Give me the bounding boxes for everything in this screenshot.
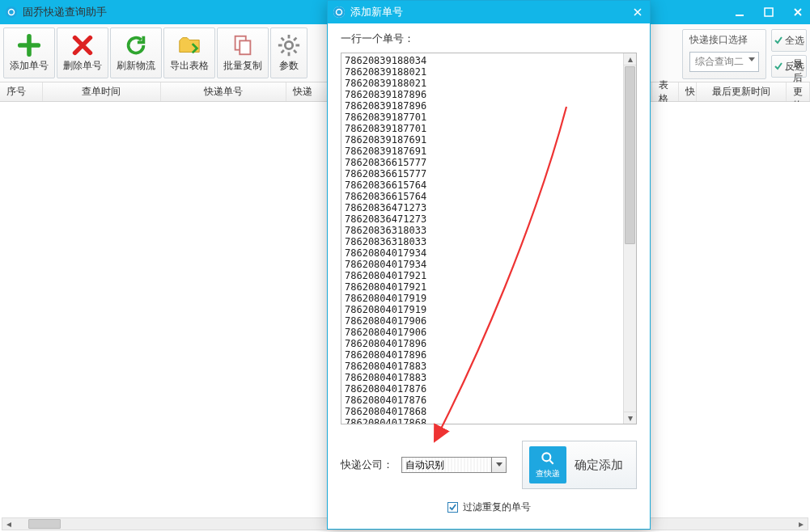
svg-point-0 [6,6,17,18]
dialog-title: 添加新单号 [350,5,630,19]
filter-dup-checkbox[interactable] [447,502,458,513]
select-all-button[interactable]: 全选 [771,29,807,52]
svg-rect-5 [240,40,250,54]
export-button[interactable]: 导出表格 [163,27,215,78]
svg-point-6 [285,41,292,49]
svg-rect-2 [736,15,744,16]
scroll-up-icon[interactable]: ▴ [624,53,636,65]
chevron-down-icon [491,458,506,472]
check-icon [774,61,783,71]
scroll-right-icon[interactable]: ▸ [795,518,808,530]
refresh-icon [124,33,148,57]
gear-icon [277,33,301,57]
maximize-button[interactable] [761,5,776,19]
select-all-label: 全选 [785,34,804,48]
add-number-label: 添加单号 [10,59,49,73]
dialog-close-button[interactable] [630,5,645,19]
close-button[interactable] [791,5,805,19]
col-misc[interactable]: 表格 [652,82,679,101]
copy-icon [231,33,255,57]
company-label: 快递公司： [341,458,393,472]
company-select-value: 自动识别 [405,458,444,472]
delete-number-button[interactable]: 删除单号 [57,27,108,78]
settings-label: 参数 [279,59,299,73]
col-lastupd[interactable]: 最后更新时间 [697,82,787,101]
folder-icon [177,33,201,57]
interface-group-title: 快递接口选择 [689,33,759,47]
svg-rect-3 [765,8,773,16]
plus-icon [17,33,41,57]
vertical-scrollbar[interactable]: ▴ ▾ [623,53,636,424]
svg-point-8 [333,6,345,18]
interface-group: 快递接口选择 综合查询二 [682,29,766,79]
add-number-button[interactable]: 添加单号 [3,27,55,78]
add-number-dialog: 添加新单号 一行一个单号： 78620839188034 78620839188… [327,0,651,530]
refresh-button[interactable]: 刷新物流 [110,27,162,78]
col-lastphys[interactable]: 最后更物流 [787,82,810,101]
copy-button[interactable]: 批量复制 [217,27,269,78]
dialog-instruction: 一行一个单号： [341,32,637,46]
search-icon-text: 查快递 [536,468,560,479]
minimize-button[interactable] [732,5,747,19]
copy-label: 批量复制 [223,59,262,73]
numbers-textarea[interactable]: 78620839188034 78620839188021 7862083918… [341,53,637,424]
confirm-add-label: 确定添加 [575,458,623,473]
numbers-text[interactable]: 78620839188034 78620839188021 7862083918… [341,53,623,424]
refresh-label: 刷新物流 [117,59,155,73]
scroll-thumb[interactable] [28,519,61,529]
interface-select-value: 综合查询二 [695,56,744,67]
svg-point-10 [542,453,550,461]
scroll-left-icon[interactable]: ◂ [2,518,15,530]
confirm-add-button[interactable]: 查快递 确定添加 [522,441,637,489]
settings-button[interactable]: 参数 [270,27,307,78]
check-icon [449,504,456,511]
delete-number-label: 删除单号 [63,59,102,73]
dialog-icon [333,6,346,19]
col-status[interactable]: 快递 [286,82,330,101]
dialog-titlebar: 添加新单号 [328,1,650,23]
interface-select[interactable]: 综合查询二 [689,52,759,72]
col-fast[interactable]: 快 [679,82,697,101]
col-number[interactable]: 快递单号 [161,82,287,101]
chevron-down-icon [749,57,755,62]
vscroll-thumb[interactable] [625,66,635,244]
col-checktime[interactable]: 查单时间 [43,82,161,101]
col-seq[interactable]: 序号 [0,82,43,101]
export-label: 导出表格 [170,59,209,73]
x-icon [70,33,95,57]
company-select[interactable]: 自动识别 [401,457,507,473]
filter-dup-label: 过滤重复的单号 [463,500,531,514]
search-express-icon: 查快递 [529,446,566,483]
app-icon [5,6,18,19]
check-icon [774,36,783,45]
scroll-down-icon[interactable]: ▾ [624,412,636,424]
